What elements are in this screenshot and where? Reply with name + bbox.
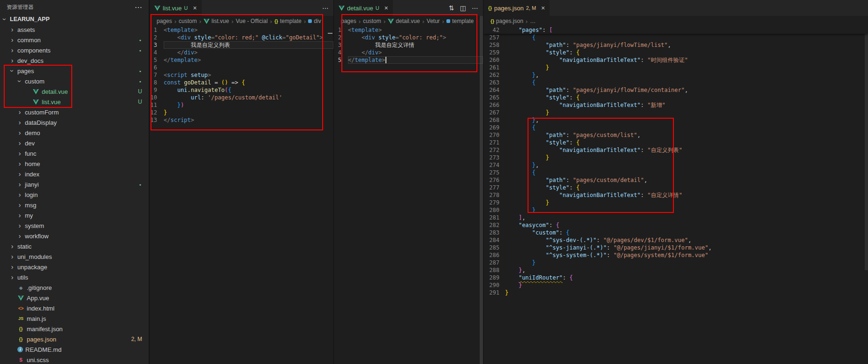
breadcrumb-item[interactable]: Vetur	[427, 18, 440, 24]
tree-item-common[interactable]: ›common●	[0, 35, 149, 45]
code-line[interactable]: 2 <div style="color: red;" @click="goDet…	[150, 34, 333, 41]
code-line[interactable]: 3 我是自定义列表	[150, 41, 333, 49]
breadcrumb-item[interactable]: custom	[179, 18, 197, 24]
tree-item-customForm[interactable]: ›customForm	[0, 107, 149, 117]
code-line[interactable]: 285 "^sys-jianyi-(.*)": "@/pages/jianyi/…	[483, 244, 868, 251]
code-line[interactable]: 281 ],	[483, 214, 868, 221]
tree-item-static[interactable]: ›static	[0, 241, 149, 251]
more-actions-icon[interactable]: ⋯	[472, 4, 478, 12]
code-line[interactable]: 277 "style": {	[483, 184, 868, 191]
tree-item-dev_docs[interactable]: ›dev_docs	[0, 55, 149, 66]
tree-item-App.vue[interactable]: App.vue	[0, 293, 149, 303]
breadcrumb-item[interactable]: {}template	[274, 18, 302, 24]
code-editor[interactable]: 1<template>2 <div style="color: red;" @c…	[150, 26, 333, 364]
code-line[interactable]: 2 <div style="color: red;">	[334, 34, 483, 41]
close-icon[interactable]: ×	[193, 4, 196, 12]
tree-item-manifest.json[interactable]: {}manifest.json	[0, 324, 149, 334]
breadcrumb-item[interactable]: pages	[157, 18, 172, 24]
tree-item-index.html[interactable]: <>index.html	[0, 303, 149, 313]
tree-item-main.js[interactable]: JSmain.js	[0, 313, 149, 324]
code-line[interactable]: 4 </div>	[334, 49, 483, 56]
code-line[interactable]: 258 "path": "pages/jianyi/flowTime/list"…	[483, 41, 868, 49]
breadcrumb-item[interactable]: Vue - Official	[236, 18, 268, 24]
tree-item-assets[interactable]: ›assets	[0, 24, 149, 35]
code-line[interactable]: 278 "navigationBarTitleText": "自定义详情"	[483, 191, 868, 199]
code-line[interactable]: 261 }	[483, 64, 868, 71]
tree-item-dev[interactable]: ›dev	[0, 138, 149, 148]
code-line[interactable]: 1<template>	[334, 26, 483, 34]
code-line[interactable]: 260 "navigationBarTitleText": "时间组件验证"	[483, 56, 868, 64]
code-line[interactable]: 10 url: '/pages/custom/detail'	[150, 94, 333, 101]
code-line[interactable]: 282 "easycom": {	[483, 221, 868, 229]
scrollbar[interactable]	[865, 26, 868, 270]
code-line[interactable]: 283 "custom": {	[483, 229, 868, 236]
tree-item-unpackage[interactable]: ›unpackage	[0, 262, 149, 272]
code-line[interactable]: 257 {	[483, 34, 868, 41]
tree-item-components[interactable]: ›components●	[0, 45, 149, 55]
breadcrumb-item[interactable]: template	[446, 18, 474, 24]
code-line[interactable]: 262 },	[483, 71, 868, 79]
code-line[interactable]: 270 "path": "pages/custom/list",	[483, 131, 868, 139]
tree-root[interactable]: ›LEARUN_APP	[0, 14, 149, 24]
code-line[interactable]: 274 },	[483, 161, 868, 169]
code-line[interactable]: 280 }	[483, 206, 868, 214]
code-line[interactable]: 279 }	[483, 199, 868, 206]
tree-item-system[interactable]: ›system	[0, 220, 149, 231]
tab-pages-json[interactable]: {} pages.json 2, M ×	[483, 0, 550, 16]
tree-item-detail.vue[interactable]: detail.vueU	[0, 86, 149, 97]
open-changes-icon[interactable]: ⇅	[449, 4, 454, 12]
code-line[interactable]: 263 {	[483, 79, 868, 86]
tree-item-jianyi[interactable]: ›jianyi●	[0, 179, 149, 190]
code-line[interactable]: 266 "navigationBarTitleText": "新增"	[483, 101, 868, 109]
sticky-scroll-line[interactable]: 42 "pages": [	[483, 26, 868, 34]
code-line[interactable]: 1<template>	[150, 26, 333, 34]
tree-item-workflow[interactable]: ›workflow	[0, 231, 149, 241]
code-line[interactable]: 273 }	[483, 154, 868, 161]
code-line[interactable]: 276 "path": "pages/custom/detail",	[483, 176, 868, 184]
tree-item-list.vue[interactable]: list.vueU	[0, 97, 149, 107]
code-line[interactable]: 286 "^sys-system-(.*)": "@/pages/system/…	[483, 251, 868, 259]
tree-item-.gitignore[interactable]: ◆.gitignore	[0, 282, 149, 293]
code-line[interactable]: 4 </div>	[150, 49, 333, 56]
breadcrumb-item[interactable]: {}pages.json	[491, 18, 523, 24]
breadcrumb-item[interactable]: pages	[341, 18, 356, 24]
code-editor[interactable]: 1<template>2 <div style="color: red;">3 …	[334, 26, 483, 364]
code-line[interactable]: 271 "style": {	[483, 139, 868, 146]
tree-item-pages.json[interactable]: {}pages.json2, M	[0, 334, 149, 344]
tree-item-msg[interactable]: ›msg	[0, 200, 149, 210]
code-line[interactable]: 291}	[483, 289, 868, 296]
tree-item-custom[interactable]: ›custom●	[0, 76, 149, 86]
code-line[interactable]: 287 }	[483, 259, 868, 266]
code-line[interactable]: 289 "uniIdRouter": {	[483, 274, 868, 281]
code-line[interactable]: 272 "navigationBarTitleText": "自定义列表"	[483, 146, 868, 154]
tree-item-func[interactable]: ›func	[0, 148, 149, 159]
scrollbar[interactable]	[480, 16, 483, 364]
tree-item-demo[interactable]: ›demo	[0, 128, 149, 138]
code-line[interactable]: 3 我是自定义详情	[334, 41, 483, 49]
code-line[interactable]: 6	[150, 64, 333, 71]
code-line[interactable]: 8const goDetail = () => {	[150, 79, 333, 86]
code-line[interactable]: 11 })	[150, 101, 333, 109]
tree-item-uni.scss[interactable]: Suni.scss	[0, 355, 149, 364]
tab-detail-vue[interactable]: detail.vue U ×	[334, 0, 393, 16]
close-icon[interactable]: ×	[385, 4, 388, 12]
code-line[interactable]: 267 }	[483, 109, 868, 116]
code-line[interactable]: 290 }	[483, 281, 868, 289]
code-line[interactable]: 5</template>	[334, 56, 483, 64]
code-line[interactable]: 269 {	[483, 124, 868, 131]
close-icon[interactable]: ×	[541, 4, 545, 12]
code-line[interactable]: 9 uni.navigateTo({	[150, 86, 333, 94]
code-editor[interactable]: 42 "pages": [257 {258 "path": "pages/jia…	[483, 26, 868, 364]
views-more-actions-icon[interactable]: ⋯	[135, 3, 142, 12]
code-line[interactable]: 268 },	[483, 116, 868, 124]
breadcrumb-item[interactable]: div	[308, 18, 321, 24]
code-line[interactable]: 265 "style": {	[483, 94, 868, 101]
tree-item-uni_modules[interactable]: ›uni_modules	[0, 251, 149, 262]
breadcrumb-item[interactable]: custom	[363, 18, 381, 24]
tree-item-index[interactable]: ›index	[0, 169, 149, 179]
tree-item-dataDisplay[interactable]: ›dataDisplay	[0, 117, 149, 128]
split-editor-icon[interactable]: ◫	[460, 4, 466, 12]
breadcrumb-item[interactable]: detail.vue	[388, 18, 420, 24]
more-actions-icon[interactable]: ⋯	[322, 4, 329, 12]
code-line[interactable]: 275 {	[483, 169, 868, 176]
